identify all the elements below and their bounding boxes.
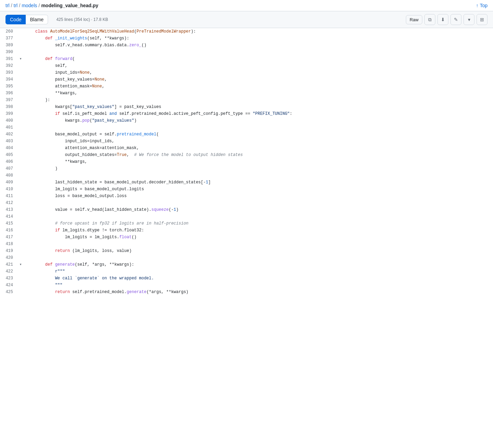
line-number[interactable]: 393 [0,69,17,76]
breadcrumb-models[interactable]: models [22,3,37,8]
table-row: 395 attention_mask=None, [0,83,493,90]
line-number[interactable]: 409 [0,179,17,186]
line-number[interactable]: 404 [0,145,17,152]
line-number[interactable]: 421 [0,261,17,268]
line-number[interactable]: 410 [0,186,17,193]
top-bar: trl / trl / models / modeling_value_head… [0,0,493,11]
more-options-button[interactable]: ▾ [463,14,474,25]
table-row: 421 ▾ def generate(self, *args, **kwargs… [0,261,493,268]
table-row: 420 [0,254,493,261]
line-number[interactable]: 423 [0,275,17,282]
collapse-toggle [17,104,24,110]
collapse-toggle [17,42,24,49]
collapse-toggle[interactable]: ▾ [17,261,24,268]
symbols-button[interactable]: ⊞ [477,14,488,25]
line-content: ) [24,165,493,172]
line-number[interactable]: 401 [0,124,17,131]
collapse-toggle [17,241,24,247]
line-number[interactable]: 418 [0,241,17,247]
collapse-toggle [17,193,24,199]
line-number[interactable]: 377 [0,35,17,42]
code-tab[interactable]: Code [5,15,26,24]
line-content: **kwargs, [24,90,493,97]
line-number[interactable]: 260 [0,28,17,35]
breadcrumb-trl-2[interactable]: trl [14,3,18,8]
file-tabs: Code Blame [5,15,48,24]
line-number[interactable]: 400 [0,117,17,124]
line-number[interactable]: 392 [0,62,17,69]
line-number[interactable]: 424 [0,282,17,289]
line-content: if self.is_peft_model and self.pretraine… [24,110,493,117]
table-row: 390 [0,49,493,56]
line-number[interactable]: 391 [0,56,17,62]
top-link[interactable]: ↑ Top [476,3,488,8]
line-number[interactable]: 402 [0,131,17,138]
line-number[interactable]: 399 [0,110,17,117]
line-number[interactable]: 406 [0,158,17,165]
breadcrumb-trl-1[interactable]: trl [5,3,10,8]
line-content: r""" [24,268,493,275]
line-content [24,241,493,247]
line-number[interactable]: 407 [0,165,17,172]
collapse-toggle [17,131,24,138]
edit-button[interactable]: ✎ [450,14,461,25]
line-number[interactable]: 408 [0,172,17,179]
line-number[interactable]: 412 [0,199,17,206]
collapse-toggle [17,110,24,117]
line-number[interactable]: 415 [0,220,17,227]
top-link-label: Top [480,3,488,8]
table-row: 416 if lm_logits.dtype != torch.float32: [0,227,493,234]
file-actions: Raw ⧉ ⬇ ✎ ▾ ⊞ [406,14,488,25]
table-row: 413 value = self.v_head(last_hidden_stat… [0,206,493,213]
line-number[interactable]: 414 [0,213,17,220]
table-row: 398 kwargs["past_key_values"] = past_key… [0,104,493,110]
line-content: kwargs.pop("past_key_values") [24,117,493,124]
table-row: 412 [0,199,493,206]
line-number[interactable]: 395 [0,83,17,90]
line-number[interactable]: 397 [0,97,17,104]
line-number[interactable]: 398 [0,104,17,110]
table-row: 391 ▾ def forward( [0,56,493,62]
breadcrumb-sep-2: / [19,3,20,8]
line-content: attention_mask=attention_mask, [24,145,493,152]
collapse-toggle[interactable]: ▾ [17,56,24,62]
line-number[interactable]: 416 [0,227,17,234]
table-row: 406 **kwargs, [0,158,493,165]
line-number[interactable]: 420 [0,254,17,261]
collapse-toggle [17,254,24,261]
line-content: lm_logits = base_model_output.logits [24,186,493,193]
collapse-toggle [17,179,24,186]
line-number[interactable]: 405 [0,152,17,158]
download-icon: ⬇ [441,17,445,22]
copy-raw-button[interactable]: ⧉ [424,14,435,25]
table-row: 411 loss = base_model_output.loss [0,193,493,199]
line-content: loss = base_model_output.loss [24,193,493,199]
line-content: ): [24,97,493,104]
collapse-toggle [17,28,24,35]
table-row: 392 self, [0,62,493,69]
line-number[interactable]: 390 [0,49,17,56]
table-row: 409 last_hidden_state = base_model_outpu… [0,179,493,186]
collapse-toggle [17,76,24,83]
table-row: 394 past_key_values=None, [0,76,493,83]
line-content: """ [24,282,493,289]
line-number[interactable]: 413 [0,206,17,213]
line-number[interactable]: 422 [0,268,17,275]
line-number[interactable]: 394 [0,76,17,83]
line-number[interactable]: 396 [0,90,17,97]
collapse-toggle [17,199,24,206]
line-content [24,254,493,261]
line-number[interactable]: 389 [0,42,17,49]
line-number[interactable]: 411 [0,193,17,199]
download-button[interactable]: ⬇ [437,14,448,25]
line-content: We call `generate` on the wrapped model. [24,275,493,282]
line-number[interactable]: 403 [0,138,17,145]
blame-tab[interactable]: Blame [26,15,48,24]
raw-button[interactable]: Raw [406,15,422,24]
breadcrumb-sep-1: / [11,3,12,8]
line-number[interactable]: 425 [0,289,17,295]
line-number[interactable]: 417 [0,234,17,241]
line-number[interactable]: 419 [0,247,17,254]
collapse-toggle [17,49,24,56]
collapse-toggle [17,234,24,241]
